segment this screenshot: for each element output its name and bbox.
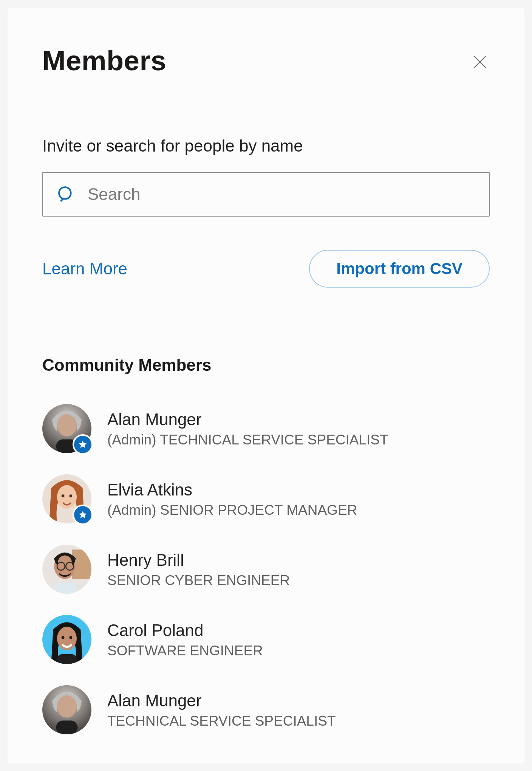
import-csv-button[interactable]: Import from CSV (309, 250, 490, 288)
member-role: (Admin) SENIOR PROJECT MANAGER (107, 501, 357, 520)
member-text: Elvia Atkins (Admin) SENIOR PROJECT MANA… (107, 478, 357, 520)
avatar (42, 615, 91, 664)
search-label: Invite or search for people by name (42, 136, 490, 155)
member-item[interactable]: Carol Poland SOFTWARE ENGINEER (42, 604, 490, 675)
member-role: TECHNICAL SERVICE SPECIALIST (107, 712, 336, 731)
svg-rect-24 (57, 654, 77, 664)
member-name: Alan Munger (107, 689, 336, 712)
svg-marker-7 (79, 441, 87, 448)
admin-badge-icon (73, 434, 93, 455)
member-name: Carol Poland (107, 619, 263, 641)
search-input[interactable] (87, 184, 475, 204)
close-icon (472, 54, 487, 70)
svg-point-22 (62, 636, 65, 639)
member-text: Henry Brill SENIOR CYBER ENGINEER (107, 549, 290, 590)
avatar (42, 474, 91, 523)
svg-rect-27 (56, 721, 77, 734)
panel-title: Members (42, 45, 166, 76)
admin-badge-icon (73, 505, 93, 525)
svg-marker-12 (79, 511, 87, 518)
avatar (42, 545, 91, 594)
svg-point-10 (62, 495, 65, 498)
avatar (42, 685, 91, 734)
member-name: Henry Brill (107, 549, 290, 571)
member-text: Alan Munger TECHNICAL SERVICE SPECIALIST (107, 689, 336, 731)
member-text: Carol Poland SOFTWARE ENGINEER (107, 619, 263, 660)
svg-point-11 (70, 495, 73, 498)
action-row: Learn More Import from CSV (42, 250, 490, 288)
svg-point-2 (59, 187, 71, 199)
section-title: Community Members (42, 356, 490, 375)
member-list: Alan Munger (Admin) TECHNICAL SERVICE SP… (42, 393, 490, 745)
search-box[interactable] (42, 172, 490, 217)
member-item[interactable]: Alan Munger (Admin) TECHNICAL SERVICE SP… (42, 393, 490, 464)
member-text: Alan Munger (Admin) TECHNICAL SERVICE SP… (107, 408, 388, 449)
member-name: Alan Munger (107, 408, 388, 430)
member-item[interactable]: Elvia Atkins (Admin) SENIOR PROJECT MANA… (42, 464, 490, 534)
learn-more-link[interactable]: Learn More (42, 259, 127, 278)
avatar-image-henry (42, 545, 91, 594)
member-item[interactable]: Alan Munger TECHNICAL SERVICE SPECIALIST (42, 675, 490, 745)
member-role: (Admin) TECHNICAL SERVICE SPECIALIST (107, 430, 388, 449)
svg-point-23 (70, 636, 73, 639)
avatar (42, 404, 91, 453)
avatar-image-carol (42, 615, 91, 664)
header-row: Members (42, 45, 490, 76)
members-panel: Members Invite or search for people by n… (8, 8, 524, 763)
member-name: Elvia Atkins (107, 478, 357, 501)
close-button[interactable] (470, 52, 490, 72)
search-icon (57, 185, 76, 204)
member-item[interactable]: Henry Brill SENIOR CYBER ENGINEER (42, 534, 490, 604)
avatar-image-alan (42, 685, 91, 734)
member-role: SOFTWARE ENGINEER (107, 641, 263, 660)
svg-rect-19 (54, 583, 77, 594)
member-role: SENIOR CYBER ENGINEER (107, 571, 290, 590)
